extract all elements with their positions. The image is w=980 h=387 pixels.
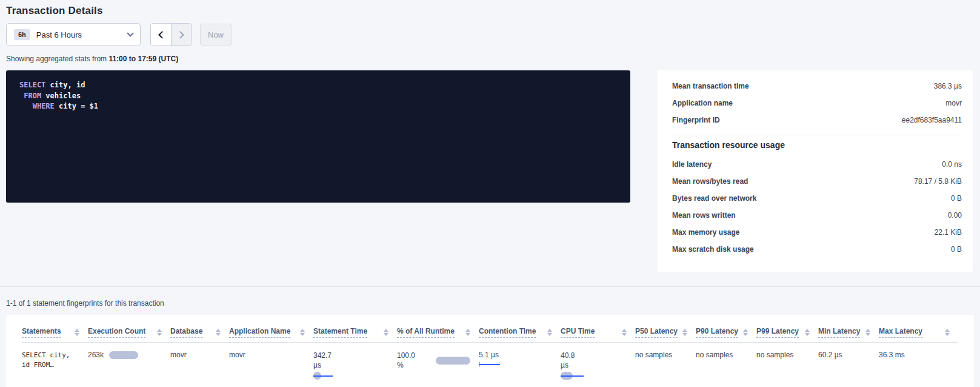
meta-value: 78.17 / 5.8 KiB xyxy=(914,177,962,186)
sort-icon[interactable] xyxy=(465,329,470,336)
cell-min-latency: 60.2 µs xyxy=(818,343,879,387)
column-header-statement-time[interactable]: Statement Time xyxy=(313,323,397,343)
meta-label: Max scratch disk usage xyxy=(672,245,754,254)
statement-row: SELECT city, id FROM… 263k movr movr 342… xyxy=(22,343,958,387)
column-header-execution-count[interactable]: Execution Count xyxy=(88,323,170,343)
meta-row-max-memory-usage: Max memory usage 22.1 KiB xyxy=(672,224,962,241)
meta-label: Max memory usage xyxy=(672,228,739,237)
column-header-p90-latency[interactable]: P90 Latency xyxy=(696,323,756,343)
time-range-label: Past 6 Hours xyxy=(36,30,128,39)
cell-max-latency: 36.3 ms xyxy=(879,343,958,387)
meta-value: 22.1 KiB xyxy=(935,228,962,237)
transaction-details-page: Transaction Details 6h Past 6 Hours Now … xyxy=(0,0,980,387)
meta-label: Application name xyxy=(672,99,733,107)
cpu-time-bar xyxy=(561,372,584,380)
meta-label: Mean rows/bytes read xyxy=(672,177,748,186)
column-header-max-latency[interactable]: Max Latency xyxy=(879,323,958,343)
sort-icon[interactable] xyxy=(216,329,221,336)
sort-icon[interactable] xyxy=(300,329,305,336)
time-range-badge: 6h xyxy=(14,29,30,40)
page-title: Transaction Details xyxy=(6,5,974,17)
chevron-right-icon xyxy=(176,31,184,39)
cell-percent-runtime: 100.0 % xyxy=(397,343,479,387)
summary-section: SELECT city, id FROM vehicles WHERE city… xyxy=(6,70,974,272)
meta-value: 386.3 µs xyxy=(934,82,962,90)
aggregated-stats-caption: Showing aggregated stats from 11:00 to 1… xyxy=(6,55,974,63)
meta-label: Idle latency xyxy=(672,160,712,169)
execution-count-bar xyxy=(109,351,138,359)
meta-row-mean-rows-written: Mean rows written 0.00 xyxy=(672,207,962,224)
meta-row-idle-latency: Idle latency 0.0 ns xyxy=(672,156,962,173)
contention-mean xyxy=(479,364,500,365)
meta-row-application-name: Application name movr xyxy=(672,95,962,112)
sql-line: SELECT city, id xyxy=(19,81,85,89)
caption-prefix: Showing aggregated stats from xyxy=(6,55,108,63)
statement-time-bar xyxy=(313,372,333,380)
column-header-p99-latency[interactable]: P99 Latency xyxy=(756,323,818,343)
next-range-button[interactable] xyxy=(171,24,191,45)
sort-icon[interactable] xyxy=(547,329,552,336)
cell-database: movr xyxy=(170,343,229,387)
column-header-application-name[interactable]: Application Name xyxy=(229,323,313,343)
sort-icon[interactable] xyxy=(743,329,748,336)
meta-label: Fingerprint ID xyxy=(672,116,720,124)
cell-p50-latency: no samples xyxy=(635,343,696,387)
sort-icon[interactable] xyxy=(805,329,810,336)
statement-time-mean xyxy=(313,375,333,377)
meta-label: Mean rows written xyxy=(672,211,736,220)
meta-row-max-scratch-disk-usage: Max scratch disk usage 0 B xyxy=(672,241,962,258)
meta-label: Mean transaction time xyxy=(672,82,749,90)
cell-p90-latency: no samples xyxy=(696,343,756,387)
cell-p99-latency: no samples xyxy=(756,343,818,387)
sql-line: FROM vehicles xyxy=(19,92,81,100)
chevron-left-icon xyxy=(158,31,166,39)
meta-value: ee2df683f5aa9411 xyxy=(902,116,962,124)
meta-value: movr xyxy=(945,99,962,107)
cell-application-name: movr xyxy=(229,343,313,387)
caption-time-range: 11:00 to 17:59 (UTC) xyxy=(108,55,178,63)
meta-value: 0.00 xyxy=(948,211,962,220)
cell-statement[interactable]: SELECT city, id FROM… xyxy=(22,343,88,387)
cell-contention-time: 5.1 µs xyxy=(479,343,561,387)
sort-icon[interactable] xyxy=(384,329,388,336)
sort-icon[interactable] xyxy=(945,329,950,336)
chevron-down-icon xyxy=(127,30,133,36)
sql-statement-box: SELECT city, id FROM vehicles WHERE city… xyxy=(6,70,630,203)
fingerprints-count-caption: 1-1 of 1 statement fingerprints for this… xyxy=(6,299,974,308)
meta-row-mean-rows-bytes-read: Mean rows/bytes read 78.17 / 5.8 KiB xyxy=(672,173,962,190)
cell-statement-time: 342.7 µs xyxy=(313,343,397,387)
meta-value: 0 B xyxy=(951,194,962,203)
time-range-dropdown[interactable]: 6h Past 6 Hours xyxy=(6,23,141,46)
cpu-time-mean xyxy=(561,375,584,377)
column-header-min-latency[interactable]: Min Latency xyxy=(818,323,879,343)
sort-icon[interactable] xyxy=(157,329,162,336)
cell-cpu-time: 40.8 µs xyxy=(561,343,635,387)
sort-icon[interactable] xyxy=(682,329,687,336)
previous-range-button[interactable] xyxy=(151,24,171,45)
sort-icon[interactable] xyxy=(622,329,627,336)
runtime-bar xyxy=(436,357,470,365)
meta-row-fingerprint-id: Fingerprint ID ee2df683f5aa9411 xyxy=(672,112,962,129)
cell-execution-count: 263k xyxy=(88,343,170,387)
now-button[interactable]: Now xyxy=(200,24,232,45)
column-header-database[interactable]: Database xyxy=(170,323,229,343)
section-divider xyxy=(0,286,980,287)
table-header-row: Statements Execution Count Database Appl… xyxy=(22,323,958,343)
column-header-statements[interactable]: Statements xyxy=(22,323,88,343)
sort-icon[interactable] xyxy=(865,329,870,336)
time-step-group xyxy=(150,23,192,46)
meta-divider xyxy=(672,135,962,135)
statement-link[interactable]: SELECT city, id FROM… xyxy=(22,351,79,370)
column-header-percent-runtime[interactable]: % of All Runtime xyxy=(397,323,479,343)
contention-time-bar xyxy=(479,362,500,367)
statements-table-card: Statements Execution Count Database Appl… xyxy=(6,315,974,387)
column-header-contention-time[interactable]: Contention Time xyxy=(479,323,561,343)
meta-row-mean-transaction-time: Mean transaction time 386.3 µs xyxy=(672,78,962,95)
meta-row-bytes-read-over-network: Bytes read over network 0 B xyxy=(672,190,962,207)
time-controls: 6h Past 6 Hours Now xyxy=(6,23,974,46)
meta-value: 0.0 ns xyxy=(942,160,962,169)
column-header-cpu-time[interactable]: CPU Time xyxy=(561,323,635,343)
column-header-p50-latency[interactable]: P50 Latency xyxy=(635,323,696,343)
meta-value: 0 B xyxy=(951,245,962,254)
sort-icon[interactable] xyxy=(75,329,79,336)
